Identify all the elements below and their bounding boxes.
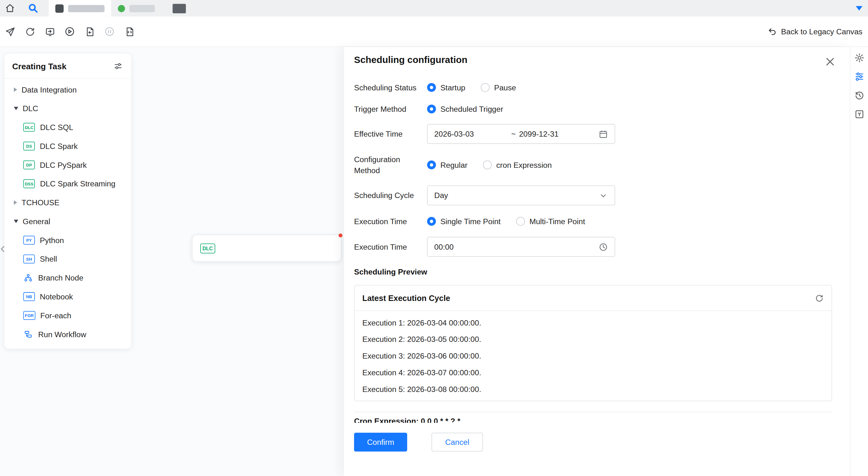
radio-selected-icon [427, 105, 436, 113]
calendar-icon[interactable] [598, 129, 608, 139]
tabbar-dropdown-icon[interactable] [856, 6, 862, 10]
panel-title: Creating Task [12, 61, 66, 70]
sidebar-item-python[interactable]: PY Python [4, 231, 131, 250]
cancel-button[interactable]: Cancel [432, 433, 483, 452]
latest-execution-cycle-card: Latest Execution Cycle Execution 1: 2026… [354, 285, 832, 401]
radio-label: Single Time Point [440, 217, 501, 226]
sidebar-group-data-integration[interactable]: Data Integration [4, 80, 131, 99]
sidebar-item-notebook[interactable]: NB Notebook [4, 287, 131, 306]
export-icon[interactable] [84, 26, 95, 37]
card-title: Latest Execution Cycle [362, 294, 450, 302]
sidebar-group-dlc[interactable]: DLC [4, 99, 131, 118]
item-label: DLC Spark [40, 142, 78, 150]
item-label: Notebook [40, 292, 73, 301]
chevron-expanded-icon [14, 107, 18, 110]
card-header: Latest Execution Cycle [355, 286, 832, 311]
clipped-next-section-text: Cron Expression: 0 0 0 * * ? * [354, 416, 460, 423]
radio-selected-icon [427, 217, 436, 226]
sidebar-item-dlc-sql[interactable]: DLC DLC SQL [4, 118, 131, 137]
radio-label: Scheduled Trigger [440, 105, 503, 113]
shell-icon: SH [23, 255, 35, 264]
effective-time-row: Effective Time 2026-03-03 ~ 2099-12-31 [354, 124, 839, 144]
effective-time-range-input[interactable]: 2026-03-03 ~ 2099-12-31 [427, 124, 615, 144]
history-icon[interactable] [854, 90, 865, 101]
refresh-icon[interactable] [24, 26, 35, 37]
code-file-icon[interactable] [124, 26, 135, 37]
execution-line: Execution 5: 2026-03-08 00:00:00. [362, 381, 824, 397]
clock-icon[interactable] [598, 242, 608, 251]
right-icon-rail [850, 47, 868, 476]
panel-collapse-handle[interactable] [0, 242, 6, 256]
execution-line: Execution 2: 2026-03-05 00:00:00. [362, 331, 824, 348]
redacted-block [173, 3, 186, 13]
radio-scheduled-trigger[interactable]: Scheduled Trigger [427, 105, 503, 113]
section-divider [354, 412, 832, 412]
refresh-icon[interactable] [814, 293, 824, 303]
radio-selected-icon [427, 83, 436, 92]
run-icon[interactable] [64, 26, 75, 37]
sidebar-item-branch-node[interactable]: Branch Node [4, 269, 131, 288]
scheduling-cycle-select[interactable]: Day [427, 185, 615, 205]
submit-icon[interactable] [4, 26, 16, 37]
dlc-spark-icon: DS [23, 142, 35, 150]
radio-multi-time-point[interactable]: Multi-Time Point [516, 217, 585, 226]
field-label: Configuration Method [354, 154, 427, 176]
confirm-button[interactable]: Confirm [354, 433, 407, 452]
pause-icon[interactable] [104, 26, 115, 37]
sidebar-item-dlc-pyspark[interactable]: DP DLC PySpark [4, 155, 131, 174]
radio-regular[interactable]: Regular [427, 160, 467, 169]
active-tab[interactable] [49, 0, 112, 17]
sidebar-group-tchouse[interactable]: TCHOUSE [4, 193, 131, 212]
settings-icon[interactable] [854, 52, 865, 63]
filter-icon[interactable] [112, 60, 123, 71]
radio-selected-icon [427, 160, 436, 169]
sidebar-item-shell[interactable]: SH Shell [4, 250, 131, 269]
sidebar-item-for-each[interactable]: FOR For-each [4, 306, 131, 325]
sidebar-item-run-workflow[interactable]: Run Workflow [4, 325, 131, 344]
trigger-method-row: Trigger Method Scheduled Trigger [354, 99, 839, 119]
radio-pause[interactable]: Pause [481, 83, 516, 92]
dlc-task-node[interactable]: DLC [192, 235, 341, 262]
workflow-icon [23, 329, 33, 339]
return-arrow-icon [767, 26, 778, 37]
execution-time-input[interactable]: 00:00 [427, 237, 615, 257]
chevron-expanded-icon [14, 220, 18, 223]
scheduling-cycle-row: Scheduling Cycle Day [354, 185, 839, 205]
radio-label: Regular [440, 160, 467, 169]
sidebar-item-dlc-spark-streaming[interactable]: DSS DLC Spark Streaming [4, 174, 131, 193]
sidebar-item-dlc-spark[interactable]: DS DLC Spark [4, 137, 131, 155]
execution-list: Execution 1: 2026-03-04 00:00:00. Execut… [355, 311, 832, 401]
back-link-label: Back to Legacy Canvas [781, 27, 863, 36]
configuration-method-row: Configuration Method Regular cron Expres… [354, 153, 839, 177]
radio-single-time-point[interactable]: Single Time Point [427, 217, 501, 226]
secondary-tab[interactable] [118, 5, 155, 12]
dlc-pyspark-icon: DP [23, 160, 35, 169]
radio-label: Pause [494, 83, 516, 92]
back-to-legacy-canvas-link[interactable]: Back to Legacy Canvas [767, 17, 862, 47]
field-label: Scheduling Cycle [354, 190, 427, 201]
radio-unselected-icon [516, 217, 525, 226]
scheduling-config-panel-icon[interactable] [854, 71, 865, 82]
item-label: DLC PySpark [40, 160, 87, 169]
sidebar-group-general[interactable]: General [4, 212, 131, 231]
field-label: Scheduling Status [354, 82, 427, 93]
execution-time-row: Execution Time 00:00 [354, 237, 839, 257]
log-icon[interactable] [854, 109, 865, 120]
item-label: Run Workflow [38, 330, 86, 339]
drawer-footer: Confirm Cancel [344, 426, 850, 476]
item-label: Shell [40, 255, 57, 264]
radio-cron-expression[interactable]: cron Expression [483, 160, 552, 169]
search-icon[interactable] [28, 3, 39, 14]
end-date-value: 2099-12-31 [519, 129, 559, 138]
radio-startup[interactable]: Startup [427, 83, 465, 92]
item-label: For-each [40, 311, 71, 320]
item-label: Python [40, 236, 64, 245]
error-dot-icon [339, 234, 342, 237]
scheduling-configuration-drawer: Scheduling configuration Scheduling Stat… [344, 47, 850, 476]
redacted-tab-title [68, 5, 104, 12]
group-label: TCHOUSE [22, 198, 60, 207]
execution-line: Execution 3: 2026-03-06 00:00:00. [362, 348, 824, 364]
home-icon[interactable] [4, 3, 16, 14]
deploy-icon[interactable] [44, 26, 55, 37]
close-icon[interactable] [824, 56, 835, 67]
